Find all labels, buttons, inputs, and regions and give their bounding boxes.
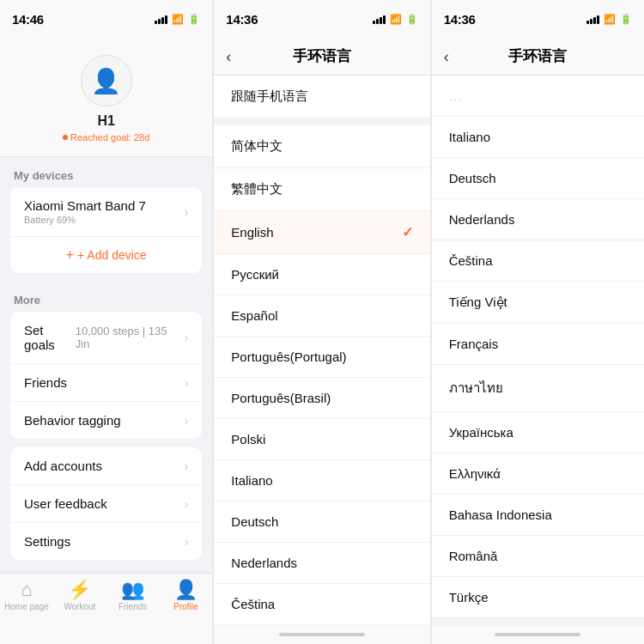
language-list-2: … Italiano Deutsch Nederlands Čeština Ti… — [432, 76, 644, 625]
lang-text-pt-portugal: Português(Portugal) — [231, 349, 346, 364]
language-panel-1: 14:36 📶 🔋 ‹ 手环语言 跟随手机语言 简体中文 繁體中文 — [214, 0, 429, 644]
friends-tab-icon: 👥 — [121, 580, 144, 599]
behavior-tagging-item[interactable]: Behavior tagging › — [10, 402, 202, 439]
tab-friends[interactable]: 👥 Friends — [106, 580, 160, 611]
nav-title-2: 手环语言 — [293, 46, 351, 66]
behavior-tagging-right: › — [185, 414, 189, 428]
device-item[interactable]: Xiaomi Smart Band 7 Battery 69% › — [10, 187, 202, 237]
lang-item-thai[interactable]: ภาษาไทย — [432, 365, 644, 412]
settings-right: › — [185, 535, 189, 549]
back-button-3[interactable]: ‹ — [444, 49, 449, 64]
status-bar-2: 14:36 📶 🔋 — [214, 0, 429, 38]
lang-text-vietnamese: Tiếng Việt — [449, 295, 507, 310]
more-list: Set goals 10,000 steps | 135 Jin › Frien… — [10, 312, 202, 439]
device-battery: Battery 69% — [24, 215, 146, 225]
lang-item-german[interactable]: Deutsch — [214, 501, 429, 543]
set-goals-item[interactable]: Set goals 10,000 steps | 135 Jin › — [10, 312, 202, 364]
lang-text-german-2: Deutsch — [449, 171, 496, 185]
set-goals-chevron-icon: › — [185, 331, 189, 344]
lang-item-simplified[interactable]: 简体中文 — [214, 125, 429, 168]
lang-item-french[interactable]: Français — [432, 324, 644, 365]
lang-item-german-2[interactable]: Deutsch — [432, 158, 644, 199]
lang-item-top-partial[interactable]: … — [432, 76, 644, 117]
lang-item-turkish[interactable]: Türkçe — [432, 577, 644, 618]
set-goals-value: 10,000 steps | 135 Jin — [76, 325, 179, 350]
tab-workout[interactable]: ⚡ Workout — [53, 580, 106, 611]
device-info: Xiaomi Smart Band 7 Battery 69% — [24, 198, 146, 225]
more-section-header: More — [0, 282, 212, 312]
lang-text-dutch: Nederlands — [231, 556, 297, 570]
lang-text-thai: ภาษาไทย — [449, 378, 503, 398]
devices-section-header: My devices — [0, 157, 212, 187]
behavior-tagging-label: Behavior tagging — [24, 413, 121, 428]
signal-icon — [155, 15, 167, 24]
lang-item-italian-2[interactable]: Italiano — [432, 117, 644, 158]
lang-item-romanian[interactable]: Română — [432, 536, 644, 577]
account-list: Add accounts › User feedback › Settings … — [10, 447, 202, 560]
lang-text-german: Deutsch — [231, 514, 278, 529]
friends-item[interactable]: Friends › — [10, 364, 202, 402]
signal-icon-2 — [373, 15, 386, 24]
lang-item-indonesian[interactable]: Bahasa Indonesia — [432, 495, 644, 536]
lang-item-vietnamese[interactable]: Tiếng Việt — [432, 282, 644, 324]
user-feedback-item[interactable]: User feedback › — [10, 485, 202, 523]
add-accounts-item[interactable]: Add accounts › — [10, 447, 202, 485]
settings-item[interactable]: Settings › — [10, 523, 202, 560]
back-button-2[interactable]: ‹ — [226, 49, 231, 64]
tab-bar: ⌂ Home page ⚡ Workout 👥 Friends 👤 Profil… — [0, 573, 212, 644]
add-device-button[interactable]: + + Add device — [10, 237, 202, 273]
lang-item-italian[interactable]: Italiano — [214, 460, 429, 501]
lang-item-spanish[interactable]: Español — [214, 295, 429, 337]
lang-check-icon: ✓ — [402, 224, 413, 240]
status-icons-2: 📶 🔋 — [373, 14, 418, 25]
tab-workout-label: Workout — [64, 602, 95, 611]
avatar-icon: 👤 — [91, 67, 121, 95]
status-time-2: 14:36 — [226, 12, 258, 27]
lang-item-dutch-2[interactable]: Nederlands — [432, 199, 644, 240]
lang-text-turkish: Türkçe — [449, 590, 489, 605]
home-bar-2 — [279, 633, 365, 636]
lang-item-greek[interactable]: Ελληνικά — [432, 453, 644, 495]
behavior-tagging-chevron-icon: › — [185, 414, 189, 428]
tab-home[interactable]: ⌂ Home page — [0, 580, 53, 611]
wifi-icon-2: 📶 — [390, 14, 402, 25]
lang-text-french: Français — [449, 337, 499, 351]
nav-bar-2: ‹ 手环语言 — [214, 38, 429, 76]
language-list-1: 跟随手机语言 简体中文 繁體中文 English ✓ Русский Españ… — [214, 76, 429, 625]
wifi-icon-3: 📶 — [604, 14, 616, 25]
lang-item-polish[interactable]: Polski — [214, 419, 429, 460]
lang-text-polish: Polski — [231, 432, 265, 447]
avatar: 👤 — [81, 55, 132, 106]
lang-text-greek: Ελληνικά — [449, 466, 501, 481]
lang-item-dutch[interactable]: Nederlands — [214, 543, 429, 584]
lang-item-czech-2[interactable]: Čeština — [432, 240, 644, 282]
tab-profile[interactable]: 👤 Profile — [160, 580, 213, 611]
status-icons-1: 📶 🔋 — [155, 14, 200, 25]
status-bar-3: 14:36 📶 🔋 — [432, 0, 644, 38]
friends-right: › — [185, 376, 189, 390]
add-device-label: + Add device — [77, 248, 147, 262]
lang-item-russian[interactable]: Русский — [214, 254, 429, 295]
lang-text-simplified: 简体中文 — [231, 138, 283, 155]
lang-item-ukrainian[interactable]: Українська — [432, 412, 644, 453]
profile-name: H1 — [97, 113, 114, 129]
lang-text-pt-brasil: Português(Brasil) — [231, 391, 331, 405]
wifi-icon: 📶 — [172, 14, 184, 25]
status-bar-1: 14:46 📶 🔋 — [0, 0, 212, 38]
user-feedback-chevron-icon: › — [185, 497, 189, 511]
lang-text-dutch-2: Nederlands — [449, 212, 515, 227]
tab-home-label: Home page — [4, 602, 49, 611]
add-accounts-label: Add accounts — [24, 459, 102, 473]
lang-item-traditional[interactable]: 繁體中文 — [214, 168, 429, 211]
lang-item-czech[interactable]: Čeština — [214, 584, 429, 625]
lang-text-english: English — [231, 225, 273, 240]
goal-dot-icon — [63, 135, 68, 140]
lang-item-follow[interactable]: 跟随手机语言 — [214, 76, 429, 118]
lang-text-italian-2: Italiano — [449, 130, 490, 144]
lang-item-english[interactable]: English ✓ — [214, 211, 429, 254]
lang-item-pt-portugal[interactable]: Português(Portugal) — [214, 337, 429, 378]
status-time-3: 14:36 — [444, 12, 476, 27]
tab-profile-label: Profile — [173, 602, 197, 611]
settings-chevron-icon: › — [185, 535, 189, 549]
lang-item-pt-brasil[interactable]: Português(Brasil) — [214, 378, 429, 419]
